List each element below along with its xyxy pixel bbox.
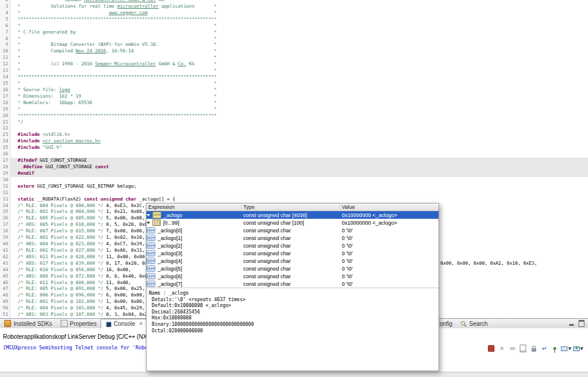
editor-line[interactable]: 7* C-file generated by *	[0, 29, 588, 36]
line-number[interactable]: 39	[0, 235, 11, 241]
editor-line[interactable]: 27#ifndef GUI_CONST_STORAGE	[0, 158, 588, 164]
tab-config-partial[interactable]: onfig	[440, 321, 453, 327]
line-number[interactable]: 32	[0, 190, 11, 196]
editor-line[interactable]: 24#include <cr_section_macros.h>	[0, 138, 588, 145]
scroll-lock-icon[interactable]	[529, 344, 538, 353]
line-number[interactable]: 10	[0, 48, 11, 55]
maximize-icon[interactable]	[579, 320, 584, 327]
editor-line[interactable]: 15* *	[0, 81, 588, 87]
display-selected-console-icon[interactable]: ▼	[561, 344, 571, 353]
line-number[interactable]: 7	[0, 29, 11, 36]
line-number[interactable]: 23	[0, 132, 11, 138]
line-number[interactable]: 41	[0, 248, 11, 254]
editor-line[interactable]: 26	[0, 151, 588, 158]
bottom-scroll-strip[interactable]	[0, 372, 588, 377]
line-number[interactable]: 19	[0, 106, 11, 113]
line-number[interactable]: 26	[0, 151, 11, 158]
line-number[interactable]: 35	[0, 209, 11, 215]
line-number[interactable]: 43	[0, 261, 11, 267]
line-number[interactable]: 49	[0, 299, 11, 305]
tab-installed-sdks[interactable]: Installed SDKs	[0, 319, 57, 328]
close-icon[interactable]: ✕	[139, 321, 143, 326]
line-number[interactable]: 22	[0, 125, 11, 132]
line-number[interactable]: 37	[0, 222, 11, 228]
terminate-icon[interactable]	[487, 344, 496, 353]
editor-line[interactable]: 12* (c) 1998 - 2016 Segger Microcontroll…	[0, 61, 588, 68]
editor-line[interactable]: 23#include <stdlib.h>	[0, 132, 588, 138]
line-number[interactable]: 25	[0, 145, 11, 151]
editor-line[interactable]: 8* *	[0, 36, 588, 42]
line-number[interactable]: 27	[0, 158, 11, 164]
line-number[interactable]: 8	[0, 36, 11, 42]
tab-console[interactable]: Console✕	[101, 319, 147, 328]
line-number[interactable]: 21	[0, 119, 11, 126]
line-number[interactable]: 46	[0, 280, 11, 286]
line-number[interactable]: 17	[0, 94, 11, 100]
expression-row[interactable]: (x)=_aclogo[7]const unsigned char0 '\0'	[147, 280, 438, 288]
editor-line[interactable]: 17* Dimensions: 182 * 19 *	[0, 94, 588, 100]
line-number[interactable]: 47	[0, 286, 11, 292]
line-number[interactable]: 38	[0, 228, 11, 235]
editor-line[interactable]: 4* www.segger.com *	[0, 10, 588, 16]
editor-line[interactable]: 31extern GUI_CONST_STORAGE GUI_BITMAP bm…	[0, 184, 588, 190]
line-number[interactable]: 36	[0, 215, 11, 222]
line-number[interactable]: 31	[0, 184, 11, 190]
line-number[interactable]: 4	[0, 10, 11, 16]
editor-line[interactable]: 33static __RODATA(Flash2) const unsigned…	[0, 196, 588, 203]
editor-line[interactable]: 29#endif	[0, 171, 588, 177]
line-number[interactable]: 34	[0, 203, 11, 209]
editor-line[interactable]: 14**************************************…	[0, 74, 588, 81]
editor-line[interactable]: 18* NumColors: 16bpp: 65536 *	[0, 100, 588, 106]
clear-console-icon[interactable]	[519, 344, 527, 353]
line-number[interactable]: 44	[0, 267, 11, 273]
editor-line[interactable]: 13* *	[0, 68, 588, 74]
line-number[interactable]: 12	[0, 61, 11, 68]
line-number[interactable]: 33	[0, 196, 11, 203]
editor-line[interactable]: 10* Compiled Nov 24 2016, 16:56:14 *	[0, 48, 588, 55]
pin-console-icon[interactable]	[550, 344, 559, 353]
line-number[interactable]: 30	[0, 177, 11, 184]
editor-line[interactable]: 5***************************************…	[0, 16, 588, 23]
column-header-type[interactable]: Type	[241, 204, 340, 210]
line-number[interactable]: 16	[0, 87, 11, 94]
line-number[interactable]: 42	[0, 254, 11, 261]
minimize-icon[interactable]	[569, 321, 575, 326]
line-number[interactable]: 28	[0, 164, 11, 171]
expression-row[interactable]: (x)=_aclogo[2]const unsigned char0 '\0'	[147, 242, 438, 249]
expression-row[interactable]: (x)=_aclogo[3]const unsigned char0 '\0'	[147, 249, 438, 257]
tab-properties[interactable]: Properties	[57, 319, 101, 328]
line-number[interactable]: 40	[0, 241, 11, 248]
tab-search[interactable]: Search	[458, 319, 490, 328]
editor-line[interactable]: 25#include "GUI.h"	[0, 145, 588, 151]
line-number[interactable]: 48	[0, 292, 11, 299]
word-wrap-icon[interactable]: ↵	[540, 344, 549, 353]
editor-line[interactable]: 19* *	[0, 106, 588, 113]
expression-row[interactable]: (x)=_aclogo[5]const unsigned char0 '\0'	[147, 265, 438, 272]
expression-row[interactable]: (x)=_aclogo[6]const unsigned char0 '\0'	[147, 272, 438, 280]
line-number[interactable]: 6	[0, 23, 11, 29]
line-number[interactable]: 29	[0, 171, 11, 177]
expression-row[interactable]: (x)=_aclogoconst unsigned char [4038]0x1…	[147, 211, 438, 219]
line-number[interactable]: 5	[0, 16, 11, 23]
open-console-icon[interactable]: ▼	[573, 344, 583, 353]
column-header-expression[interactable]: Expression	[147, 204, 241, 210]
editor-line[interactable]: 22	[0, 125, 588, 132]
editor-line[interactable]: 20**************************************…	[0, 113, 588, 119]
line-number[interactable]: 20	[0, 113, 11, 119]
line-number[interactable]: 15	[0, 81, 11, 87]
editor-line[interactable]: 28 #define GUI_CONST_STORAGE const	[0, 164, 588, 171]
line-number[interactable]: 51	[0, 312, 11, 318]
editor-line[interactable]: 21*/	[0, 119, 588, 126]
line-number[interactable]: 18	[0, 100, 11, 106]
line-number[interactable]: 3	[0, 4, 11, 10]
editor-line[interactable]: 6* *	[0, 23, 588, 29]
editor-line[interactable]: 3* Solutions for real time microcontroll…	[0, 4, 588, 10]
expression-row[interactable]: (x)=_aclogo[1]const unsigned char0 '\0'	[147, 234, 438, 242]
expander-icon[interactable]	[147, 214, 150, 216]
editor-line[interactable]: 16* Source file: logo *	[0, 87, 588, 94]
editor-line[interactable]: 32	[0, 190, 588, 196]
expression-row[interactable]: (x)=_aclogo[0]const unsigned char0 '\0'	[147, 226, 438, 234]
column-header-value[interactable]: Value	[340, 204, 438, 210]
editor-line[interactable]: 9* Bitmap Converter (NXP) for emWin V5.3…	[0, 42, 588, 48]
line-number[interactable]: 9	[0, 42, 11, 48]
